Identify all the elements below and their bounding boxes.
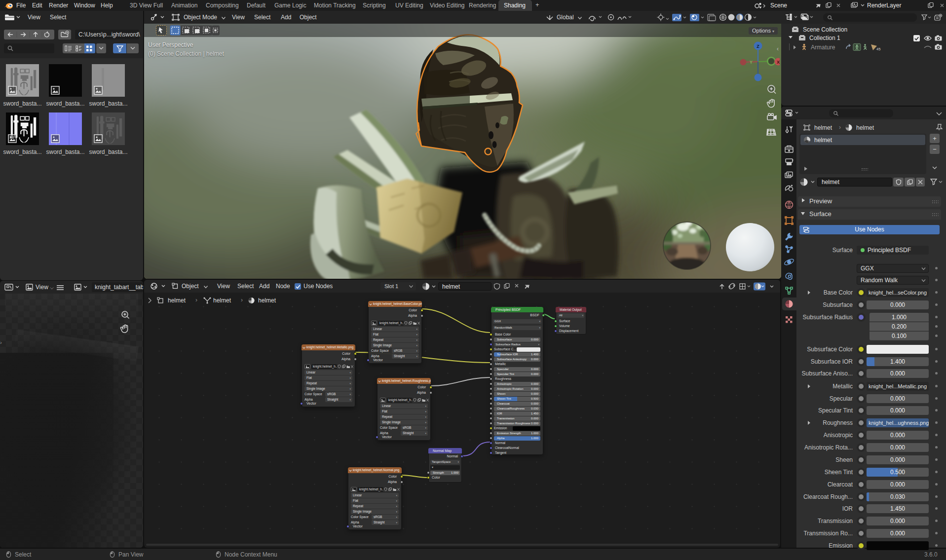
svg-text:Y: Y: [750, 60, 753, 65]
svg-text:Z: Z: [757, 44, 759, 49]
svg-text:X: X: [777, 60, 780, 65]
svg-text:45: 45: [876, 47, 880, 51]
